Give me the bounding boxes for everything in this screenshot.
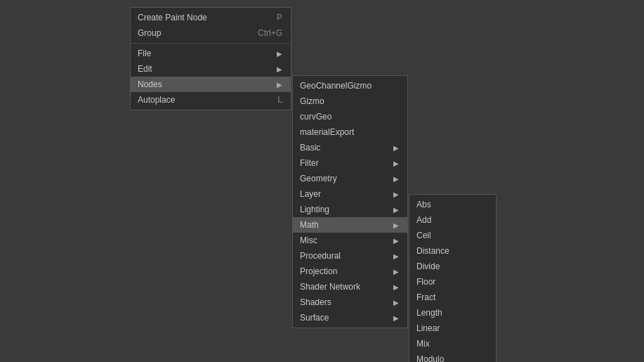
autoplace-label: Autoplace bbox=[138, 95, 256, 105]
submenu-item-geo-channel-gizmo[interactable]: GeoChannelGizmo bbox=[293, 78, 407, 93]
menu-item-group[interactable]: Group Ctrl+G bbox=[131, 25, 291, 41]
main-menu: Create Paint Node P Group Ctrl+G File ▶ … bbox=[130, 7, 291, 110]
submenu-item-misc[interactable]: Misc ▶ bbox=[293, 233, 407, 248]
menu-item-edit[interactable]: Edit ▶ bbox=[131, 61, 291, 77]
submenu-item-material-export[interactable]: materialExport bbox=[293, 124, 407, 140]
edit-label: Edit bbox=[138, 64, 270, 74]
shaders-label: Shaders bbox=[300, 297, 386, 307]
submenu-item-procedural[interactable]: Procedural ▶ bbox=[293, 248, 407, 264]
nodes-submenu-wrapper: GeoChannelGizmo Gizmo curvGeo materialEx… bbox=[292, 75, 408, 328]
submenu-item-curv-geo[interactable]: curvGeo bbox=[293, 109, 407, 124]
math-submenu-wrapper: Abs Add Ceil Distance Divide bbox=[409, 194, 497, 362]
length-label: Length bbox=[416, 308, 487, 318]
autoplace-shortcut: L bbox=[277, 95, 282, 105]
submenu-item-shaders[interactable]: Shaders ▶ bbox=[293, 295, 407, 310]
math-item-add[interactable]: Add bbox=[409, 212, 496, 228]
lighting-label: Lighting bbox=[300, 205, 386, 214]
submenu-item-shader-network[interactable]: Shader Network ▶ bbox=[293, 279, 407, 295]
procedural-arrow: ▶ bbox=[393, 252, 399, 260]
file-label: File bbox=[138, 49, 270, 58]
misc-arrow: ▶ bbox=[393, 237, 399, 245]
submenu-item-math[interactable]: Math ▶ bbox=[293, 217, 407, 233]
math-item-divide[interactable]: Divide bbox=[409, 259, 496, 274]
nodes-submenu: GeoChannelGizmo Gizmo curvGeo materialEx… bbox=[292, 75, 408, 328]
submenu-item-surface[interactable]: Surface ▶ bbox=[293, 310, 407, 325]
math-item-ceil[interactable]: Ceil bbox=[409, 228, 496, 243]
shader-network-label: Shader Network bbox=[300, 282, 386, 292]
math-item-modulo[interactable]: Modulo bbox=[409, 351, 496, 362]
basic-label: Basic bbox=[300, 143, 386, 153]
basic-arrow: ▶ bbox=[393, 144, 399, 152]
menu-container: Create Paint Node P Group Ctrl+G File ▶ … bbox=[130, 7, 291, 110]
geo-channel-gizmo-label: GeoChannelGizmo bbox=[300, 81, 399, 91]
gizmo-label: Gizmo bbox=[300, 96, 399, 106]
submenu-item-projection[interactable]: Projection ▶ bbox=[293, 264, 407, 279]
math-item-abs[interactable]: Abs bbox=[409, 197, 496, 212]
submenu-item-filter[interactable]: Filter ▶ bbox=[293, 155, 407, 171]
procedural-label: Procedural bbox=[300, 251, 386, 261]
math-label: Math bbox=[300, 220, 386, 230]
lighting-arrow: ▶ bbox=[393, 206, 399, 214]
file-arrow: ▶ bbox=[277, 50, 282, 58]
geometry-label: Geometry bbox=[300, 174, 386, 183]
math-item-floor[interactable]: Floor bbox=[409, 274, 496, 290]
submenu-item-gizmo[interactable]: Gizmo bbox=[293, 93, 407, 109]
group-shortcut: Ctrl+G bbox=[258, 28, 282, 38]
menu-item-autoplace[interactable]: Autoplace L bbox=[131, 92, 291, 108]
floor-label: Floor bbox=[416, 277, 487, 287]
nodes-label: Nodes bbox=[138, 79, 270, 89]
math-submenu: Abs Add Ceil Distance Divide bbox=[409, 194, 497, 362]
math-item-distance[interactable]: Distance bbox=[409, 243, 496, 259]
shaders-arrow: ▶ bbox=[393, 299, 399, 306]
math-item-mix[interactable]: Mix bbox=[409, 336, 496, 351]
divide-label: Divide bbox=[416, 261, 487, 271]
submenu-item-layer[interactable]: Layer ▶ bbox=[293, 186, 407, 202]
layer-label: Layer bbox=[300, 189, 386, 199]
misc-label: Misc bbox=[300, 235, 386, 245]
surface-arrow: ▶ bbox=[393, 314, 399, 322]
mix-label: Mix bbox=[416, 339, 487, 349]
geometry-arrow: ▶ bbox=[393, 175, 399, 183]
submenu-item-lighting[interactable]: Lighting ▶ bbox=[293, 202, 407, 217]
math-item-linear[interactable]: Linear bbox=[409, 321, 496, 336]
math-item-length[interactable]: Length bbox=[409, 305, 496, 321]
filter-arrow: ▶ bbox=[393, 160, 399, 167]
distance-label: Distance bbox=[416, 246, 487, 256]
group-label: Group bbox=[138, 28, 237, 38]
math-item-fract[interactable]: Fract bbox=[409, 290, 496, 305]
menu-item-create-paint-node[interactable]: Create Paint Node P bbox=[131, 10, 291, 25]
nodes-arrow: ▶ bbox=[277, 81, 282, 89]
modulo-label: Modulo bbox=[416, 354, 487, 362]
material-export-label: materialExport bbox=[300, 127, 399, 137]
layer-arrow: ▶ bbox=[393, 190, 399, 198]
fract-label: Fract bbox=[416, 292, 487, 302]
submenu-item-geometry[interactable]: Geometry ▶ bbox=[293, 171, 407, 186]
ceil-label: Ceil bbox=[416, 231, 487, 240]
curv-geo-label: curvGeo bbox=[300, 112, 399, 122]
create-paint-node-shortcut: P bbox=[277, 13, 282, 22]
projection-label: Projection bbox=[300, 266, 386, 276]
linear-label: Linear bbox=[416, 323, 487, 333]
menu-item-nodes[interactable]: Nodes ▶ bbox=[131, 77, 291, 92]
add-label: Add bbox=[416, 215, 487, 225]
abs-label: Abs bbox=[416, 200, 487, 209]
menu-item-file[interactable]: File ▶ bbox=[131, 46, 291, 61]
filter-label: Filter bbox=[300, 158, 386, 168]
surface-label: Surface bbox=[300, 313, 386, 323]
projection-arrow: ▶ bbox=[393, 268, 399, 276]
create-paint-node-label: Create Paint Node bbox=[138, 13, 256, 22]
edit-arrow: ▶ bbox=[277, 65, 282, 73]
shader-network-arrow: ▶ bbox=[393, 283, 399, 291]
separator-1 bbox=[131, 43, 291, 44]
submenu-item-basic[interactable]: Basic ▶ bbox=[293, 140, 407, 155]
math-arrow: ▶ bbox=[393, 221, 399, 229]
